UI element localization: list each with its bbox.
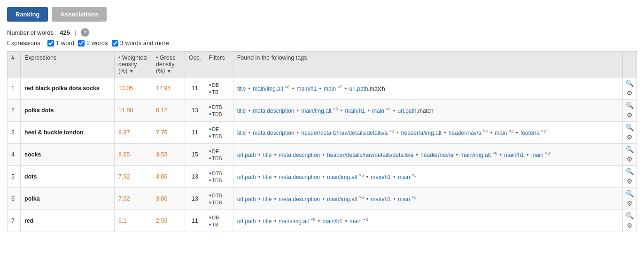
- filter-dot: •: [209, 221, 211, 228]
- row-gross-density: 3.06: [152, 188, 185, 210]
- row-filters: •DTB•TDB: [205, 100, 233, 122]
- header-actions: [623, 52, 637, 78]
- gear-icon[interactable]: ⚙: [625, 88, 635, 98]
- table-row: 1red black polka dots socks13.0512.9411•…: [8, 78, 637, 100]
- table-row: 7red6.12.5911•DB•TBurl.path • title • ma…: [8, 210, 637, 232]
- row-number: 3: [8, 122, 21, 144]
- tag-item: main: [372, 108, 384, 114]
- filter-dot: •: [209, 89, 211, 95]
- gear-icon[interactable]: ⚙: [625, 177, 635, 187]
- row-weighted-density: 8.65: [115, 144, 152, 166]
- row-actions: 🔍 ⚙: [623, 144, 637, 166]
- filter-dot: •: [209, 133, 211, 140]
- checkbox-1word-text: 1 word: [56, 39, 74, 47]
- row-weighted-density: 6.1: [115, 210, 152, 232]
- number-of-words-label: Number of words :: [7, 29, 57, 36]
- tag-item: url.path: [349, 86, 368, 92]
- tag-item: title: [263, 174, 272, 180]
- tag-item: main: [495, 130, 507, 136]
- header-occ: Occ.: [185, 52, 205, 78]
- tag-item: main/h1: [345, 108, 365, 114]
- row-tags: url.path • title • meta.description • ma…: [233, 166, 622, 188]
- gear-icon[interactable]: ⚙: [625, 155, 635, 164]
- gear-icon[interactable]: ⚙: [625, 199, 635, 209]
- header-tags: Found in the following tags: [233, 52, 622, 78]
- row-actions: 🔍 ⚙: [623, 122, 637, 144]
- checkbox-2words-label[interactable]: 2 words: [78, 39, 108, 47]
- filter-value: DB: [212, 215, 219, 220]
- filter-value: DTB: [212, 193, 222, 198]
- row-weighted-density: 7.92: [115, 166, 152, 188]
- tag-item: title: [237, 130, 246, 136]
- checkbox-2words[interactable]: [78, 40, 85, 47]
- table-row: 2polka dots11.886.1213•DTB•TDBtitle • me…: [8, 100, 637, 122]
- gear-icon[interactable]: ⚙: [625, 132, 635, 142]
- search-icon[interactable]: 🔍: [625, 211, 635, 221]
- row-gross-density: 3.06: [152, 166, 185, 188]
- row-expression: red: [21, 210, 115, 232]
- row-occurrences: 13: [185, 100, 205, 122]
- tag-item: title: [237, 86, 246, 92]
- tag-item: title: [263, 218, 272, 225]
- row-actions: 🔍 ⚙: [623, 166, 637, 188]
- search-icon[interactable]: 🔍: [625, 78, 635, 88]
- header-filters: Filters: [205, 52, 233, 78]
- table-row: 4socks8.653.5315•DE•TDBurl.path • title …: [8, 144, 637, 166]
- header-gross[interactable]: • Grossdensity(%) ▼: [152, 52, 185, 78]
- ranking-button[interactable]: Ranking: [7, 7, 48, 22]
- row-expression: red black polka dots socks: [21, 78, 115, 100]
- filter-dot: •: [209, 148, 211, 155]
- row-gross-density: 2.59: [152, 210, 185, 232]
- associations-button[interactable]: Associations: [52, 7, 107, 22]
- tag-item: meta.description: [279, 196, 320, 202]
- tag-item: main: [531, 152, 543, 158]
- expressions-table: # Expressions • Weighteddensity(%) ▼ • G…: [7, 51, 637, 232]
- tag-item: main/img.alt: [327, 196, 357, 202]
- checkbox-1word[interactable]: [47, 40, 54, 47]
- row-actions: 🔍 ⚙: [623, 188, 637, 210]
- table-row: 3heel & buckle london9.877.7611•DE•TDBti…: [8, 122, 637, 144]
- tag-item: header/a/img.alt: [401, 130, 442, 136]
- tag-item: main: [349, 218, 362, 225]
- number-of-words-value: 425: [60, 29, 70, 36]
- row-expression: socks: [21, 144, 115, 166]
- search-icon[interactable]: 🔍: [625, 145, 635, 155]
- row-number: 6: [8, 188, 21, 210]
- tag-item: main/h1: [371, 174, 391, 180]
- filter-dot: •: [209, 192, 211, 199]
- tag-item: url.path: [237, 218, 256, 225]
- tag-item: main/h1: [504, 152, 524, 158]
- search-icon[interactable]: 🔍: [625, 167, 635, 177]
- checkbox-1word-label[interactable]: 1 word: [47, 39, 74, 47]
- checkbox-2words-text: 2 words: [86, 39, 108, 47]
- tag-item: meta.description: [279, 174, 320, 180]
- row-gross-density: 12.94: [152, 78, 185, 100]
- filter-value: TDB: [212, 200, 222, 205]
- row-occurrences: 15: [185, 144, 205, 166]
- filter-dot: •: [209, 155, 211, 162]
- tag-item: url.path: [237, 174, 256, 180]
- filter-value: TDB: [212, 111, 222, 117]
- gear-icon[interactable]: ⚙: [625, 221, 635, 231]
- tag-item: main: [324, 86, 336, 92]
- filter-dot: •: [209, 177, 211, 184]
- gear-icon[interactable]: ⚙: [625, 110, 635, 120]
- tag-item: main/h1: [371, 196, 391, 202]
- filter-value: TB: [212, 89, 218, 95]
- tag-item: header/nav/a: [420, 152, 453, 158]
- tag-item: main/img.alt: [279, 218, 309, 225]
- row-filters: •DE•TDB: [205, 144, 233, 166]
- search-icon[interactable]: 🔍: [625, 123, 635, 132]
- search-icon[interactable]: 🔍: [625, 189, 635, 199]
- row-occurrences: 11: [185, 122, 205, 144]
- tag-item: main/img.alt: [301, 108, 332, 114]
- help-icon[interactable]: ?: [81, 28, 89, 37]
- checkbox-3words-label[interactable]: 3 words and more: [112, 39, 169, 47]
- row-weighted-density: 9.87: [115, 122, 152, 144]
- header-weighted[interactable]: • Weighteddensity(%) ▼: [115, 52, 152, 78]
- checkbox-3words[interactable]: [112, 40, 118, 47]
- search-icon[interactable]: 🔍: [625, 101, 635, 110]
- tag-item: meta.description: [279, 152, 320, 158]
- filter-dot: •: [209, 126, 211, 132]
- row-gross-density: 7.76: [152, 122, 185, 144]
